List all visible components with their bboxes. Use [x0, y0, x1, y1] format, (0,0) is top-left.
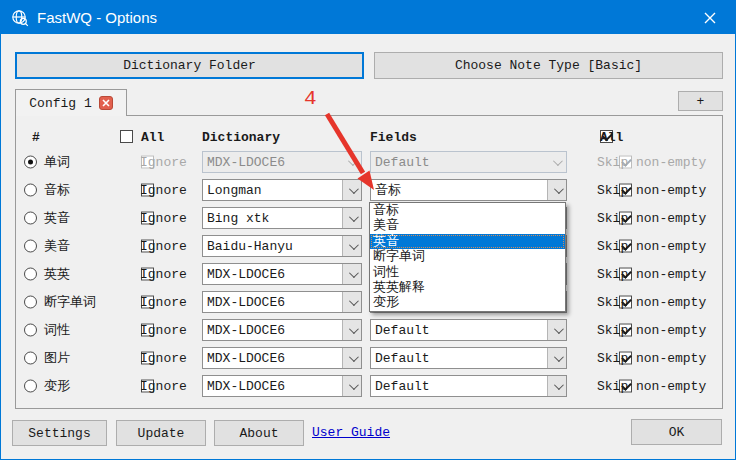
dropdown-item[interactable]: 英英解释 [370, 280, 565, 295]
combo-value: Longman [203, 183, 342, 198]
chevron-down-icon [342, 152, 361, 172]
about-button[interactable]: About [214, 420, 304, 446]
row-label: 英音 [44, 209, 70, 227]
dictionary-combo[interactable]: MDX-LDOCE6 [202, 319, 362, 341]
row-label: 词性 [44, 321, 70, 339]
combo-value: Default [371, 323, 547, 338]
dropdown-item[interactable]: 词性 [370, 265, 565, 280]
combo-value: MDX-LDOCE6 [203, 351, 342, 366]
ignore-label: Ignore [140, 323, 187, 338]
table-row: 词性 Ignore MDX-LDOCE6 Default Skip non-em… [16, 316, 722, 344]
table-row: 变形 Ignore MDX-LDOCE6 Default Skip non-em… [16, 372, 722, 400]
combo-value: Default [371, 155, 547, 170]
chevron-down-icon [342, 208, 361, 228]
settings-button[interactable]: Settings [12, 420, 107, 446]
ignore-label: Ignore [140, 155, 187, 170]
dictionary-combo[interactable]: MDX-LDOCE6 [202, 347, 362, 369]
dropdown-item[interactable]: 美音 [370, 218, 565, 233]
dictionary-combo: MDX-LDOCE6 [202, 151, 362, 173]
dictionary-combo[interactable]: MDX-LDOCE6 [202, 291, 362, 313]
field-radio[interactable] [24, 184, 37, 197]
field-radio[interactable] [24, 156, 37, 169]
dictionary-combo[interactable]: MDX-LDOCE6 [202, 375, 362, 397]
column-header-number: # [32, 130, 40, 145]
ignore-label: Ignore [140, 295, 187, 310]
skip-label: Skip non-empty [597, 239, 706, 254]
close-window-button[interactable] [695, 5, 725, 31]
title-bar: FastWQ - Options [1, 1, 735, 34]
options-dialog: FastWQ - Options Dictionary Folder Choos… [0, 0, 736, 460]
chevron-down-icon [547, 152, 566, 172]
field-radio[interactable] [24, 296, 37, 309]
fields-combo-open[interactable]: 音标 [370, 179, 567, 201]
update-button[interactable]: Update [116, 420, 206, 446]
dictionary-combo[interactable]: Baidu-Hanyu [202, 235, 362, 257]
dictionary-combo[interactable]: Longman [202, 179, 362, 201]
column-header-fields: Fields [370, 130, 417, 145]
chevron-down-icon [342, 264, 361, 284]
ignore-all-checkbox[interactable] [120, 130, 133, 143]
tab-config-1[interactable]: Config 1 [15, 89, 127, 116]
ignore-label: Ignore [140, 211, 187, 226]
field-radio[interactable] [24, 240, 37, 253]
close-icon [704, 12, 716, 24]
field-radio[interactable] [24, 380, 37, 393]
chevron-down-icon [342, 320, 361, 340]
dictionary-combo[interactable]: Bing xtk [202, 207, 362, 229]
fields-dropdown-list: 音标 美音 英音 断字单词 词性 英英解释 变形 [369, 202, 566, 312]
app-globe-icon [11, 9, 29, 27]
skip-label: Skip non-empty [597, 379, 706, 394]
row-label: 图片 [44, 349, 70, 367]
fields-combo[interactable]: Default [370, 319, 567, 341]
ok-button[interactable]: OK [631, 419, 722, 445]
choose-note-type-button[interactable]: Choose Note Type [Basic] [374, 52, 723, 79]
row-label: 英英 [44, 265, 70, 283]
combo-value: Default [371, 379, 547, 394]
skip-label: Skip non-empty [597, 183, 706, 198]
combo-value: 音标 [371, 181, 547, 199]
table-row: 图片 Ignore MDX-LDOCE6 Default Skip non-em… [16, 344, 722, 372]
chevron-down-icon [547, 320, 566, 340]
combo-value: MDX-LDOCE6 [203, 379, 342, 394]
dropdown-item[interactable]: 变形 [370, 295, 565, 310]
combo-value: MDX-LDOCE6 [203, 295, 342, 310]
fields-combo[interactable]: Default [370, 347, 567, 369]
chevron-down-icon [547, 180, 566, 200]
row-label: 断字单词 [44, 293, 96, 311]
ignore-label: Ignore [140, 379, 187, 394]
row-label: 音标 [44, 181, 70, 199]
tab-close-icon[interactable] [99, 96, 113, 110]
skip-label: Skip non-empty [597, 155, 706, 170]
row-label: 单词 [44, 153, 70, 171]
tab-label: Config 1 [29, 96, 91, 111]
fields-combo[interactable]: Default [370, 375, 567, 397]
chevron-down-icon [342, 376, 361, 396]
chevron-down-icon [547, 376, 566, 396]
user-guide-link[interactable]: User Guide [312, 425, 390, 440]
chevron-down-icon [342, 236, 361, 256]
ignore-label: Ignore [140, 239, 187, 254]
field-radio[interactable] [24, 268, 37, 281]
field-radio[interactable] [24, 324, 37, 337]
dropdown-item-selected[interactable]: 英音 [370, 234, 565, 249]
field-radio[interactable] [24, 352, 37, 365]
dropdown-item[interactable]: 音标 [370, 203, 565, 218]
column-header-dictionary: Dictionary [202, 130, 280, 145]
field-radio[interactable] [24, 212, 37, 225]
skip-label: Skip non-empty [597, 323, 706, 338]
row-label: 变形 [44, 377, 70, 395]
ignore-label: Ignore [140, 183, 187, 198]
combo-value: Bing xtk [203, 211, 342, 226]
chevron-down-icon [342, 180, 361, 200]
ignore-label: Ignore [140, 351, 187, 366]
dictionary-combo[interactable]: MDX-LDOCE6 [202, 263, 362, 285]
combo-value: Default [371, 351, 547, 366]
dropdown-item[interactable]: 断字单词 [370, 249, 565, 264]
table-row: 音标 Ignore Longman 音标 Skip non-empty [16, 176, 722, 204]
fields-combo: Default [370, 151, 567, 173]
table-header: # All Dictionary Fields All [16, 116, 722, 133]
skip-label: Skip non-empty [597, 267, 706, 282]
combo-value: MDX-LDOCE6 [203, 323, 342, 338]
dictionary-folder-button[interactable]: Dictionary Folder [15, 52, 364, 79]
add-config-tab-button[interactable]: + [678, 91, 723, 111]
